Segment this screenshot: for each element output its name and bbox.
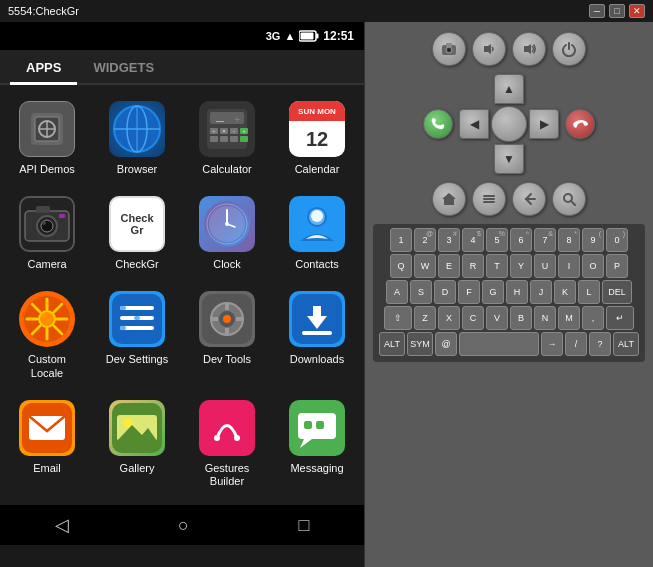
app-label: CheckGr <box>115 258 158 271</box>
camera-hardware-button[interactable] <box>432 32 466 66</box>
svg-rect-81 <box>202 403 252 453</box>
key-z[interactable]: Z <box>414 306 436 330</box>
key-m[interactable]: M <box>558 306 580 330</box>
calendar-icon: SUN MON 12 <box>289 101 345 157</box>
key-5[interactable]: 5% <box>486 228 508 252</box>
list-item[interactable]: Dev Settings <box>94 283 180 387</box>
key-b[interactable]: B <box>510 306 532 330</box>
key-i[interactable]: I <box>558 254 580 278</box>
key-h[interactable]: H <box>506 280 528 304</box>
bottom-controls <box>432 182 586 216</box>
keyboard-row-zxcv: ⇧ Z X C V B N M , ↵ <box>377 306 641 330</box>
end-call-button[interactable] <box>565 109 595 139</box>
svg-text:+: + <box>242 128 246 134</box>
key-f[interactable]: F <box>458 280 480 304</box>
volume-down-button[interactable] <box>472 32 506 66</box>
key-delete[interactable]: DEL <box>602 280 632 304</box>
key-y[interactable]: Y <box>510 254 532 278</box>
key-s[interactable]: S <box>410 280 432 304</box>
call-button[interactable] <box>423 109 453 139</box>
key-l[interactable]: L <box>578 280 600 304</box>
home-button[interactable]: ○ <box>178 515 189 536</box>
key-shift[interactable]: ⇧ <box>384 306 412 330</box>
list-item[interactable]: Browser <box>94 93 180 184</box>
key-enter[interactable]: ↵ <box>606 306 634 330</box>
key-e[interactable]: E <box>438 254 460 278</box>
list-item[interactable]: Clock <box>184 188 270 279</box>
key-a[interactable]: A <box>386 280 408 304</box>
key-question[interactable]: ? <box>589 332 611 356</box>
key-n[interactable]: N <box>534 306 556 330</box>
list-item[interactable]: Gestures Builder <box>184 392 270 496</box>
list-item[interactable]: CheckGr CheckGr <box>94 188 180 279</box>
app-label: Messaging <box>290 462 343 475</box>
key-arrow-right[interactable]: → <box>541 332 563 356</box>
tab-widgets[interactable]: WIDGETS <box>77 50 170 83</box>
key-1[interactable]: 1 <box>390 228 412 252</box>
key-r[interactable]: R <box>462 254 484 278</box>
key-6[interactable]: 6^ <box>510 228 532 252</box>
list-item[interactable]: Dev Tools <box>184 283 270 387</box>
list-item[interactable]: Downloads <box>274 283 360 387</box>
key-k[interactable]: K <box>554 280 576 304</box>
close-button[interactable]: ✕ <box>629 4 645 18</box>
svg-rect-60 <box>134 316 140 320</box>
svg-point-47 <box>39 311 55 327</box>
key-alt-left[interactable]: ALT <box>379 332 405 356</box>
list-item[interactable]: API Demos <box>4 93 90 184</box>
key-g[interactable]: G <box>482 280 504 304</box>
key-7[interactable]: 7& <box>534 228 556 252</box>
dpad-center-button[interactable] <box>491 106 527 142</box>
key-j[interactable]: J <box>530 280 552 304</box>
api-demos-icon <box>19 101 75 157</box>
key-2[interactable]: 2@ <box>414 228 436 252</box>
list-item[interactable]: + — ÷ × - + <box>184 93 270 184</box>
key-9[interactable]: 9( <box>582 228 604 252</box>
key-alt-right[interactable]: ALT <box>613 332 639 356</box>
back-button[interactable]: ◁ <box>55 514 69 536</box>
dpad-right-button[interactable]: ▶ <box>529 109 559 139</box>
key-o[interactable]: O <box>582 254 604 278</box>
volume-up-button[interactable] <box>512 32 546 66</box>
recent-button[interactable]: □ <box>298 515 309 536</box>
key-4[interactable]: 4$ <box>462 228 484 252</box>
key-p[interactable]: P <box>606 254 628 278</box>
list-item[interactable]: Camera <box>4 188 90 279</box>
home-hardware-button[interactable] <box>432 182 466 216</box>
key-u[interactable]: U <box>534 254 556 278</box>
key-3[interactable]: 3# <box>438 228 460 252</box>
key-space[interactable] <box>459 332 539 356</box>
tab-apps[interactable]: APPS <box>10 50 77 83</box>
key-0[interactable]: 0) <box>606 228 628 252</box>
key-q[interactable]: Q <box>390 254 412 278</box>
svg-text:+: + <box>234 114 240 125</box>
back-hardware-button[interactable] <box>512 182 546 216</box>
power-button[interactable] <box>552 32 586 66</box>
key-t[interactable]: T <box>486 254 508 278</box>
key-x[interactable]: X <box>438 306 460 330</box>
minimize-button[interactable]: ─ <box>589 4 605 18</box>
menu-hardware-button[interactable] <box>472 182 506 216</box>
key-d[interactable]: D <box>434 280 456 304</box>
key-c[interactable]: C <box>462 306 484 330</box>
maximize-button[interactable]: □ <box>609 4 625 18</box>
key-slash[interactable]: / <box>565 332 587 356</box>
dpad-down-button[interactable]: ▼ <box>494 144 524 174</box>
key-sym[interactable]: SYM <box>407 332 433 356</box>
list-item[interactable]: Email <box>4 392 90 496</box>
dpad-left-button[interactable]: ◀ <box>459 109 489 139</box>
key-at[interactable]: @ <box>435 332 457 356</box>
key-8[interactable]: 8* <box>558 228 580 252</box>
list-item[interactable]: SUN MON 12 Calendar <box>274 93 360 184</box>
key-comma[interactable]: , <box>582 306 604 330</box>
list-item[interactable]: Messaging <box>274 392 360 496</box>
key-w[interactable]: W <box>414 254 436 278</box>
search-hardware-button[interactable] <box>552 182 586 216</box>
list-item[interactable]: Custom Locale <box>4 283 90 387</box>
list-item[interactable]: Gallery <box>94 392 180 496</box>
app-label: Calculator <box>202 163 252 176</box>
dpad-up-button[interactable]: ▲ <box>494 74 524 104</box>
list-item[interactable]: Contacts <box>274 188 360 279</box>
key-v[interactable]: V <box>486 306 508 330</box>
svg-marker-93 <box>484 44 491 54</box>
